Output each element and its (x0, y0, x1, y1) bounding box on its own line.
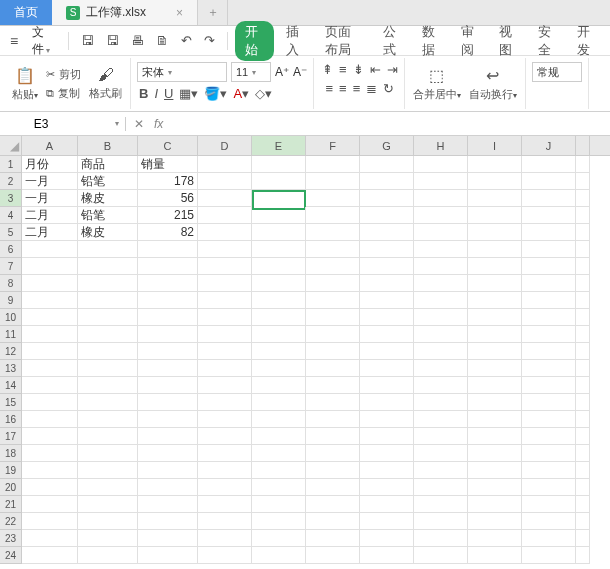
cell[interactable] (306, 156, 360, 173)
cell[interactable] (360, 394, 414, 411)
fill-color-button[interactable]: 🪣▾ (204, 86, 227, 101)
cell[interactable] (468, 326, 522, 343)
menu-formula[interactable]: 公式 (375, 23, 410, 59)
cell[interactable] (468, 224, 522, 241)
cell[interactable] (468, 360, 522, 377)
cell[interactable] (78, 326, 138, 343)
cell[interactable] (78, 428, 138, 445)
number-format-select[interactable]: 常规 (532, 62, 582, 82)
cell[interactable] (360, 360, 414, 377)
cell[interactable]: 销量 (138, 156, 198, 173)
cell[interactable] (414, 377, 468, 394)
align-bottom-icon[interactable]: ⇟ (353, 62, 364, 77)
col-header[interactable]: B (78, 136, 138, 155)
cell[interactable] (78, 377, 138, 394)
cell[interactable] (252, 292, 306, 309)
fx-cancel-icon[interactable]: ✕ (134, 117, 144, 131)
cell[interactable] (522, 479, 576, 496)
cell[interactable] (576, 275, 590, 292)
cut-button[interactable]: ✂剪切 (44, 66, 83, 83)
align-middle-icon[interactable]: ≡ (339, 62, 347, 77)
cell[interactable] (576, 173, 590, 190)
cell[interactable] (468, 207, 522, 224)
align-left-icon[interactable]: ≡ (325, 81, 333, 96)
cell[interactable] (468, 377, 522, 394)
cell[interactable] (360, 241, 414, 258)
row-header[interactable]: 5 (0, 224, 22, 241)
cell[interactable] (78, 343, 138, 360)
menu-security[interactable]: 安全 (530, 23, 565, 59)
tab-add[interactable]: ＋ (198, 0, 228, 25)
hamburger-icon[interactable]: ≡ (6, 33, 22, 49)
align-right-icon[interactable]: ≡ (353, 81, 361, 96)
indent-dec-icon[interactable]: ⇤ (370, 62, 381, 77)
cell[interactable] (78, 258, 138, 275)
cell[interactable]: 二月 (22, 207, 78, 224)
cell[interactable]: 178 (138, 173, 198, 190)
cell[interactable] (306, 207, 360, 224)
cell[interactable] (22, 377, 78, 394)
cell[interactable] (468, 428, 522, 445)
cell[interactable] (522, 411, 576, 428)
chevron-down-icon[interactable]: ▾ (115, 119, 119, 128)
underline-button[interactable]: U (164, 86, 173, 101)
cell[interactable]: 铅笔 (78, 173, 138, 190)
col-header[interactable]: E (252, 136, 306, 155)
cell[interactable] (138, 326, 198, 343)
cell[interactable] (576, 190, 590, 207)
clear-format-button[interactable]: ◇▾ (255, 86, 272, 101)
cell[interactable] (360, 530, 414, 547)
font-select[interactable]: 宋体▾ (137, 62, 227, 82)
cell[interactable] (522, 156, 576, 173)
cell[interactable] (576, 156, 590, 173)
border-button[interactable]: ▦▾ (179, 86, 198, 101)
cell[interactable] (198, 445, 252, 462)
cell[interactable] (360, 343, 414, 360)
cell[interactable] (22, 258, 78, 275)
cell[interactable] (198, 224, 252, 241)
row-header[interactable]: 9 (0, 292, 22, 309)
cell[interactable] (522, 190, 576, 207)
cell[interactable] (198, 462, 252, 479)
cell[interactable]: 56 (138, 190, 198, 207)
cell[interactable] (252, 326, 306, 343)
cell[interactable] (252, 547, 306, 564)
row-header[interactable]: 11 (0, 326, 22, 343)
cell[interactable] (414, 292, 468, 309)
cell[interactable]: 二月 (22, 224, 78, 241)
cell[interactable] (78, 360, 138, 377)
align-center-icon[interactable]: ≡ (339, 81, 347, 96)
col-header[interactable]: G (360, 136, 414, 155)
cell[interactable] (138, 462, 198, 479)
cell[interactable] (522, 309, 576, 326)
cell[interactable] (198, 156, 252, 173)
cell[interactable] (138, 343, 198, 360)
cell[interactable] (360, 496, 414, 513)
cell[interactable] (138, 241, 198, 258)
cell[interactable] (576, 479, 590, 496)
cell[interactable] (522, 173, 576, 190)
name-box-input[interactable] (6, 117, 76, 131)
row-header[interactable]: 23 (0, 530, 22, 547)
menu-view[interactable]: 视图 (491, 23, 526, 59)
cell[interactable] (414, 411, 468, 428)
formula-input[interactable] (173, 117, 323, 131)
cell[interactable] (78, 292, 138, 309)
menu-data[interactable]: 数据 (414, 23, 449, 59)
redo-icon[interactable]: ↷ (200, 33, 219, 48)
row-header[interactable]: 3 (0, 190, 22, 207)
cell[interactable] (468, 275, 522, 292)
cell[interactable] (306, 394, 360, 411)
col-header[interactable]: D (198, 136, 252, 155)
cell[interactable] (78, 241, 138, 258)
cell[interactable] (306, 547, 360, 564)
cell[interactable] (414, 462, 468, 479)
cell[interactable]: 一月 (22, 173, 78, 190)
cell[interactable] (306, 479, 360, 496)
cell[interactable] (22, 394, 78, 411)
row-header[interactable]: 4 (0, 207, 22, 224)
cell[interactable] (252, 496, 306, 513)
cell[interactable] (522, 258, 576, 275)
cell[interactable] (414, 224, 468, 241)
cell[interactable] (198, 394, 252, 411)
